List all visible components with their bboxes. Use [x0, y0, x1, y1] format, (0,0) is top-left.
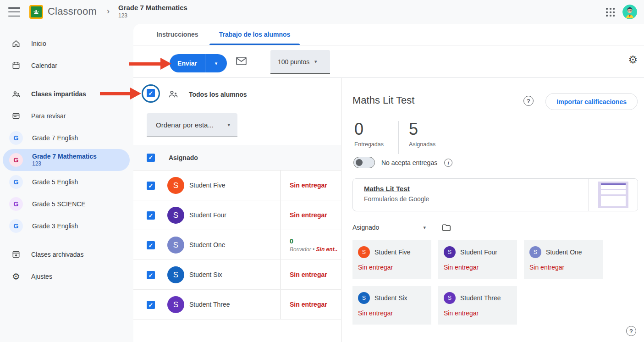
sidebar-item-label: Clases archivadas [31, 251, 83, 258]
send-button-label[interactable]: Enviar [170, 60, 205, 67]
sidebar-item-label: Grade 7 English [32, 134, 78, 142]
send-button[interactable]: Enviar ▾ [170, 54, 227, 72]
sidebar-item-to-review[interactable]: Para revisar [0, 105, 133, 127]
student-status-cell[interactable]: 0Borrador • Sin ent... [280, 230, 341, 259]
select-all-checkbox[interactable]: ✓ [147, 89, 155, 97]
settings-gear-icon[interactable]: ⚙ [628, 55, 638, 65]
student-card[interactable]: S Student Five Sin entregar [352, 240, 431, 279]
import-grades-button[interactable]: Importar calificaciones [545, 93, 638, 110]
status-filter-select[interactable]: Asignado [352, 224, 379, 231]
student-avatar: S [358, 292, 370, 304]
student-status: Sin entregar [290, 211, 337, 219]
sort-select[interactable]: Ordenar por esta... ▾ [147, 113, 237, 137]
sidebar-item-archived-classes[interactable]: Clases archivadas [0, 243, 133, 265]
collapse-chevron-icon[interactable] [118, 90, 125, 98]
student-status-cell[interactable]: Sin entregar [280, 290, 341, 319]
stats: 0 Entregadas 5 Asignadas [354, 120, 453, 154]
attachment-card[interactable]: Maths Lit Test Formularios de Google [352, 178, 638, 211]
student-card[interactable]: S Student Six Sin entregar [352, 286, 431, 325]
sidebar-item-grade5-english[interactable]: G Grade 5 English [0, 171, 133, 193]
sidebar-item-teaching[interactable]: Clases impartidas [0, 83, 133, 105]
stat-label: Asignadas [409, 141, 453, 148]
student-row[interactable]: ✓ S Student Six Sin entregar [133, 260, 341, 290]
send-dropdown-caret-icon[interactable]: ▾ [205, 61, 227, 66]
assignment-detail-panel: Maths Lit Test ? Importar calificaciones… [342, 78, 644, 342]
student-name[interactable]: Student One [189, 241, 226, 248]
sidebar-item-label: Calendar [31, 62, 57, 69]
student-status-cell[interactable]: Sin entregar [280, 260, 341, 289]
student-row[interactable]: ✓ S Student One 0Borrador • Sin ent... [133, 230, 341, 260]
google-apps-grid-icon[interactable] [606, 8, 615, 17]
points-value: 100 puntos [278, 58, 314, 66]
student-row[interactable]: ✓ S Student Four Sin entregar [133, 200, 341, 230]
student-checkbox[interactable]: ✓ [147, 271, 155, 279]
class-avatar: G [9, 175, 23, 189]
classroom-app: Classroom › Grade 7 Mathematics 123 Inic… [0, 0, 644, 342]
student-status: Sin entregar [444, 264, 512, 271]
student-name: Student Four [460, 248, 497, 256]
active-tab-underline [209, 44, 300, 45]
help-icon-bottom[interactable]: ? [626, 326, 636, 336]
sidebar-item-grade7-english[interactable]: G Grade 7 English [0, 127, 133, 149]
classroom-logo-icon[interactable] [29, 5, 43, 19]
folder-icon[interactable] [441, 223, 451, 232]
student-status-cell[interactable]: Sin entregar [280, 171, 341, 200]
accepting-submissions-toggle[interactable] [353, 157, 375, 168]
student-name[interactable]: Student Four [189, 211, 226, 219]
sidebar-item-grade7-mathematics[interactable]: G Grade 7 Mathematics 123 [3, 149, 130, 171]
tab-instructions[interactable]: Instrucciones [157, 24, 198, 45]
sidebar-item-calendar[interactable]: Calendar [0, 55, 133, 77]
breadcrumb-title[interactable]: Grade 7 Mathematics [118, 4, 187, 12]
section-header-assigned: ✓ Asignado [133, 145, 341, 171]
student-avatar: S [358, 246, 370, 258]
accepting-submissions-row: No acepta entregas i [353, 157, 452, 168]
calendar-icon [11, 61, 21, 70]
student-card[interactable]: S Student Four Sin entregar [438, 240, 517, 279]
sidebar-item-label: Inicio [31, 40, 46, 47]
section-label: Asignado [169, 154, 198, 161]
student-name: Student Six [374, 294, 407, 302]
help-icon[interactable]: ? [523, 96, 534, 106]
stat-assigned: 5 Asignadas [409, 120, 453, 154]
student-row[interactable]: ✓ S Student Three Sin entregar [133, 290, 341, 320]
attachment-title-link[interactable]: Maths Lit Test [364, 185, 589, 193]
email-icon[interactable] [235, 55, 248, 66]
student-card[interactable]: S Student Three Sin entregar [438, 286, 517, 325]
student-name[interactable]: Student Five [189, 182, 226, 189]
student-name[interactable]: Student Three [189, 301, 230, 308]
sidebar-item-label: Para revisar [31, 112, 66, 120]
student-checkbox[interactable]: ✓ [147, 241, 155, 249]
student-name[interactable]: Student Six [189, 271, 222, 278]
sidebar-item-grade5-science[interactable]: G Grade 5 SCIENCE [0, 193, 133, 215]
stat-value: 5 [409, 120, 453, 138]
account-avatar[interactable] [622, 5, 637, 19]
student-checkbox[interactable]: ✓ [147, 211, 155, 220]
class-avatar: G [9, 197, 23, 211]
stat-value: 0 [354, 120, 398, 138]
breadcrumb[interactable]: Grade 7 Mathematics 123 [118, 4, 187, 19]
student-name: Student Three [460, 294, 501, 302]
tab-student-work[interactable]: Trabajo de los alumnos [209, 24, 300, 45]
section-checkbox[interactable]: ✓ [147, 154, 155, 162]
people-icon [11, 89, 21, 99]
points-select[interactable]: 100 puntos ▾ [270, 50, 330, 74]
attachment-subtitle: Formularios de Google [364, 195, 589, 203]
student-status-cell[interactable]: Sin entregar [280, 200, 341, 230]
student-status: Sin entregar [358, 264, 426, 271]
filter-caret-icon[interactable]: ▾ [423, 225, 426, 231]
info-icon[interactable]: i [444, 159, 452, 167]
student-card[interactable]: S Student One Sin entregar [524, 240, 603, 279]
student-avatar: S [444, 246, 456, 258]
student-row[interactable]: ✓ S Student Five Sin entregar [133, 171, 341, 200]
sidebar-item-grade3-english[interactable]: G Grade 3 English [0, 215, 133, 237]
student-avatar: S [529, 246, 541, 258]
app-name[interactable]: Classroom [48, 6, 97, 17]
student-checkbox[interactable]: ✓ [147, 301, 155, 309]
home-icon [11, 39, 21, 48]
sidebar-item-settings[interactable]: ⚙ Ajustes [0, 265, 133, 287]
student-checkbox[interactable]: ✓ [147, 182, 155, 190]
sidebar-item-home[interactable]: Inicio [0, 33, 133, 55]
draft-status: Borrador • Sin ent... [290, 246, 337, 253]
student-rows: ✓ S Student Five Sin entregar ✓ S Studen… [133, 171, 341, 320]
hamburger-menu-icon[interactable] [8, 7, 20, 17]
